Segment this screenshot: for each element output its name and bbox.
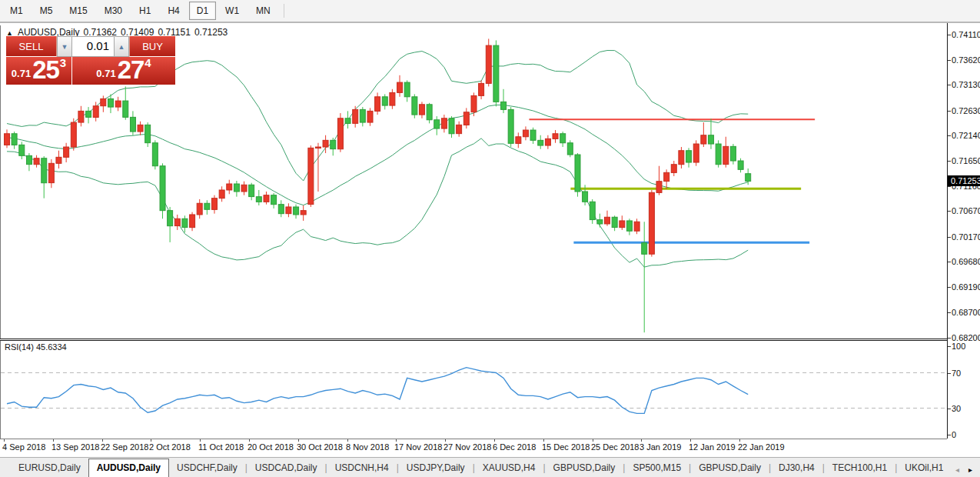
date-axis-label: 8 Nov 2018 (346, 442, 389, 452)
date-axis-label: 30 Oct 2018 (297, 442, 343, 452)
candle-body (160, 166, 165, 211)
date-axis[interactable]: 4 Sep 201813 Sep 201822 Sep 20182 Oct 20… (0, 439, 947, 457)
chart-tab-xauusd-6[interactable]: XAUUSD,H4 (475, 459, 543, 477)
timeframe-button-mn[interactable]: MN (248, 2, 278, 20)
chart-tab-audusd-1[interactable]: AUDUSD,Daily (88, 459, 169, 477)
candle-body (56, 157, 61, 163)
date-tick (641, 439, 642, 442)
price-axis-label: 0.73620 (952, 55, 980, 65)
candle-body (597, 220, 603, 224)
candle-body (486, 45, 491, 83)
price-axis-label: 0.73130 (952, 80, 980, 89)
timeframe-toolbar: M1M5M15M30H1H4D1W1MN (0, 0, 980, 23)
chart-tab-usdjpy-5[interactable]: USDJPY,Daily (399, 459, 473, 477)
candle-body (545, 138, 550, 145)
price-axis[interactable]: 0.741100.736200.731300.726300.721400.716… (947, 23, 980, 439)
chart-tab-usdcad-3[interactable]: USDCAD,Daily (247, 459, 325, 477)
candle-body (19, 145, 25, 155)
timeframe-button-h1[interactable]: H1 (131, 2, 158, 20)
chart-tab-eurusd-0[interactable]: EURUSD,Daily (11, 459, 88, 477)
candle-body (575, 155, 580, 192)
candle-body (190, 215, 195, 228)
tab-scroll-right-icon[interactable]: ▸ (968, 465, 972, 474)
candle-body (730, 146, 736, 161)
date-axis-label: 13 Sep 2018 (51, 442, 99, 452)
volume-input[interactable]: 0.01 (72, 36, 114, 57)
date-tick (298, 439, 299, 442)
buy-button[interactable]: BUY (129, 36, 175, 57)
candle-body (590, 202, 595, 219)
date-axis-label: 12 Jan 2019 (689, 442, 736, 452)
timeframe-button-d1[interactable]: D1 (189, 2, 216, 20)
candle-body (301, 211, 306, 215)
rsi-chart[interactable] (0, 341, 947, 439)
chart-tab-usdchf-2[interactable]: USDCHF,Daily (169, 459, 245, 477)
candle-body (479, 83, 484, 95)
candle-body (360, 109, 365, 122)
candle-body (375, 97, 380, 112)
candle-body (168, 211, 173, 226)
rsi-axis-label: 30 (952, 404, 961, 413)
candle-body (34, 158, 39, 165)
buy-price-prefix: 0.71 (96, 68, 115, 79)
volume-decrease-button[interactable]: ▼ (57, 36, 72, 57)
candle-body (337, 118, 343, 149)
timeframe-button-m5[interactable]: M5 (32, 2, 61, 20)
chart-tab-ukoil-12[interactable]: UKOil,H1 (897, 459, 951, 477)
candle-body (152, 143, 158, 166)
price-axis-label: 0.68700 (952, 308, 980, 317)
date-tick (249, 439, 250, 442)
timeframe-button-h4[interactable]: H4 (160, 2, 187, 20)
rsi-indicator-label: RSI(14) 45.6334 (5, 342, 67, 352)
timeframe-button-w1[interactable]: W1 (218, 2, 247, 20)
candle-body (493, 45, 499, 102)
timeframe-button-m1[interactable]: M1 (2, 2, 31, 20)
sell-button[interactable]: SELL (6, 36, 57, 57)
candle-body (404, 82, 410, 97)
chart-tab-tech100-11[interactable]: TECH100,H1 (825, 459, 895, 477)
date-axis-label: 20 Oct 2018 (247, 442, 294, 452)
candle-body (345, 118, 350, 124)
date-axis-label: 25 Dec 2018 (591, 442, 639, 452)
date-tick (445, 439, 446, 442)
chart-tab-usdcnh-4[interactable]: USDCNH,H4 (327, 459, 397, 477)
candle-body (256, 197, 261, 202)
candle-body (331, 140, 336, 148)
sell-price-button[interactable]: 0.71253 (6, 57, 72, 85)
date-axis-label: 17 Nov 2018 (394, 442, 442, 452)
timeframe-button-m30[interactable]: M30 (97, 2, 130, 20)
candle-body (709, 135, 714, 144)
candle-body (508, 109, 513, 143)
candle-body (71, 122, 76, 147)
rsi-axis-label: 100 (952, 342, 965, 351)
candle-body (686, 151, 692, 162)
date-axis-label: 6 Dec 2018 (493, 442, 536, 452)
chart-tab-gbpusd-9[interactable]: GBPUSD,Daily (691, 459, 769, 477)
date-axis-label: 11 Oct 2018 (198, 442, 244, 452)
volume-increase-button[interactable]: ▲ (114, 36, 129, 57)
candle-body (86, 111, 91, 117)
candle-body (649, 192, 654, 254)
candle-body (323, 140, 328, 147)
tab-scroll-left-icon[interactable]: ◂ (955, 465, 959, 474)
date-axis-label: 3 Jan 2019 (639, 442, 681, 452)
candle-body (693, 144, 699, 162)
candle-body (12, 134, 17, 145)
candle-body (516, 137, 521, 144)
buy-price-button[interactable]: 0.71274 (72, 57, 175, 85)
candle-body (538, 140, 543, 145)
bollinger-lower-band (7, 138, 748, 267)
chart-tab-sp500-8[interactable]: SP500,M15 (625, 459, 689, 477)
candle-body (463, 112, 469, 125)
chart-tab-dj30-10[interactable]: DJ30,H4 (771, 459, 822, 477)
rsi-axis-label: 0 (952, 430, 956, 439)
candle-body (620, 221, 625, 228)
rsi-axis-label: 70 (952, 369, 961, 378)
candle-body (457, 125, 462, 133)
candle-body (604, 217, 610, 224)
candle-body (671, 165, 676, 173)
timeframe-button-m15[interactable]: M15 (61, 2, 95, 20)
candle-body (211, 198, 217, 210)
chart-tab-gbpusd-7[interactable]: GBPUSD,Daily (546, 459, 623, 477)
candle-body (530, 130, 536, 140)
